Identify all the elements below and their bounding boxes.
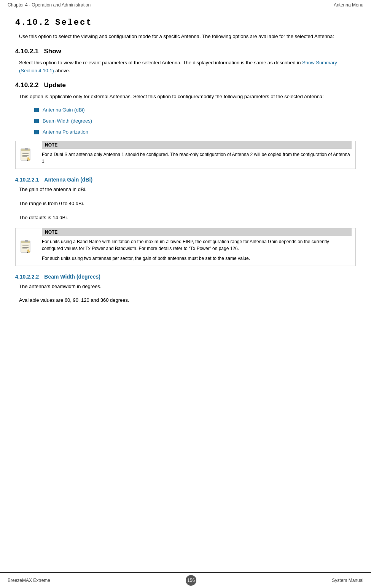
header-right: Antenna Menu (334, 2, 363, 8)
note-text-1: For a Dual Slant antenna only Antenna 1 … (42, 151, 352, 165)
bullet-label-2: Beam Width (degrees) (43, 118, 92, 124)
footer-right: System Manual (332, 578, 363, 583)
section-410221-num: 4.10.2.2.1 (15, 177, 39, 183)
note-box-1: NOTE For a Dual Slant antenna only Anten… (15, 141, 356, 169)
show-summary-link[interactable]: Show Summary (Section 4.10.1) (19, 60, 337, 73)
section-410222-num: 4.10.2.2.2 (15, 274, 39, 280)
note-text-2a: For units using a Band Name with limitat… (42, 238, 352, 252)
svg-rect-5 (25, 148, 28, 150)
note-content-2: NOTE For units using a Band Name with li… (42, 228, 355, 266)
section-410221-name: Antenna Gain (dBi) (44, 177, 92, 183)
section-41022-body: This option is applicable only for exter… (19, 93, 356, 101)
bullet-list-update: Antenna Gain (dBi) Beam Width (degrees) … (34, 107, 356, 135)
section-41021-num: 4.10.2.1 (15, 48, 38, 55)
section-4102-heading: 4.10.2 Select (15, 18, 356, 27)
section-4102-num: 4.10.2 (15, 18, 50, 27)
note-content-1: NOTE For a Dual Slant antenna only Anten… (42, 141, 355, 169)
footer-bar: BreezeMAX Extreme 156 System Manual (0, 572, 371, 588)
header-left: Chapter 4 - Operation and Administration (8, 2, 91, 8)
note-icon-area-1 (16, 141, 37, 169)
bullet-square-1 (34, 108, 39, 112)
section-410222-body2: Available values are 60, 90, 120 and 360… (19, 296, 356, 304)
bullet-item-1: Antenna Gain (dBi) (34, 107, 356, 113)
note-icon-2 (19, 240, 33, 254)
bullet-square-3 (34, 130, 39, 134)
header-bar: Chapter 4 - Operation and Administration… (0, 0, 371, 10)
section-4102-name: Select (55, 18, 92, 27)
section-410222-heading: 4.10.2.2.2 Beam Width (degrees) (15, 274, 356, 280)
note-box-2: NOTE For units using a Band Name with li… (15, 228, 356, 266)
section-410221-heading: 4.10.2.2.1 Antenna Gain (dBi) (15, 177, 356, 183)
bullet-item-3: Antenna Polarization (34, 129, 356, 135)
section-41022-name: Update (44, 81, 66, 89)
footer-left: BreezeMAX Extreme (8, 578, 50, 583)
section-41021-name: Show (44, 48, 61, 55)
section-410222-body1: The antenna’s beamwidth in degrees. (19, 283, 356, 291)
main-content: 4.10.2 Select Use this option to select … (0, 10, 371, 333)
section-410221-body2: The range is from 0 to 40 dBi. (19, 200, 356, 208)
section-4102-intro: Use this option to select the viewing an… (19, 33, 356, 41)
note-text-2b: For such units using two antennas per se… (42, 255, 352, 262)
section-41021-heading: 4.10.2.1 Show (15, 48, 356, 55)
footer-page-number: 156 (186, 575, 196, 586)
section-410222-name: Beam Width (degrees) (44, 274, 100, 280)
note-header-2: NOTE (42, 228, 352, 236)
bullet-square-2 (34, 119, 39, 123)
note-header-1: NOTE (42, 141, 352, 149)
bullet-label-3: Antenna Polarization (43, 129, 88, 135)
section-410221-body1: The gain of the antenna in dBi. (19, 186, 356, 194)
section-41022-heading: 4.10.2.2 Update (15, 81, 356, 89)
bullet-item-2: Beam Width (degrees) (34, 118, 356, 124)
note-icon-area-2 (16, 228, 37, 266)
bullet-label-1: Antenna Gain (dBi) (43, 107, 85, 113)
section-41022-num: 4.10.2.2 (15, 81, 38, 89)
section-41021-body: Select this option to view the relevant … (19, 59, 356, 75)
note-icon-1 (19, 148, 33, 162)
section-410221-body3: The defaults is 14 dBi. (19, 214, 356, 222)
svg-rect-14 (25, 240, 28, 242)
